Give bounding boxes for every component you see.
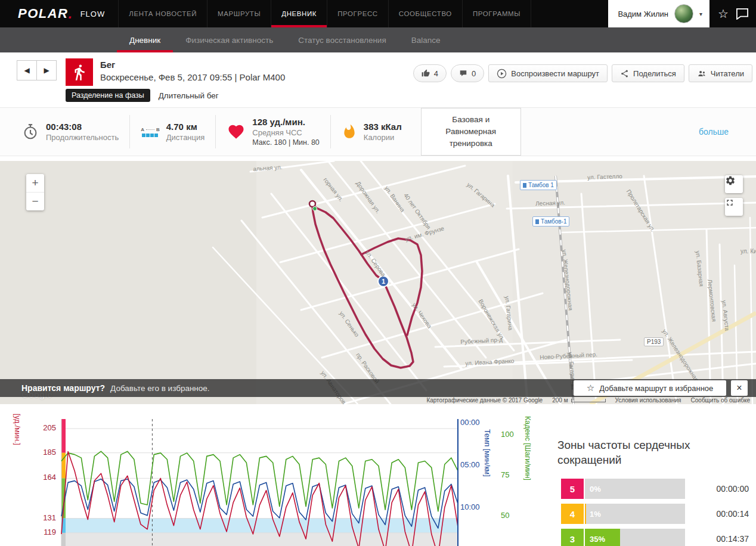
play-icon [497, 69, 507, 79]
polar-flow-app: POLAR. FLOW ЛЕНТА НОВОСТЕЙ МАРШРУТЫ ДНЕВ… [0, 0, 756, 546]
distance-label: Дистанция [166, 133, 205, 142]
activity-header: ◀ ▶ Бег Воскресенье, Фев 5, 2017 09:55 |… [0, 52, 756, 107]
close-overlay-button[interactable]: × [731, 380, 748, 396]
followers-icon [697, 69, 707, 78]
subnav-recovery[interactable]: Статус восстановления [286, 27, 399, 52]
duration-label: Продолжительность [46, 133, 119, 142]
badge-row: Разделение на фазы Длительный бег [66, 89, 219, 102]
messages-icon[interactable] [736, 8, 749, 22]
training-curves-chart[interactable]: Значение ЧСС [уд./мин.] Темп [мин/км] Ка… [0, 411, 557, 546]
nav-item-diary[interactable]: ДНЕВНИК [271, 0, 327, 27]
place-badge: Тамбов-1 [532, 216, 569, 227]
zone-number-badge: 5 [561, 479, 584, 499]
stat-heart-rate: 128 уд./мин. Средняя ЧСС Макс. 180 | Мин… [215, 115, 330, 148]
map-copyright: Картографические данные © 2017 Google [426, 397, 543, 404]
nav-item-routes[interactable]: МАРШРУТЫ [207, 0, 271, 27]
tick-hr: 164 [30, 473, 56, 482]
nav-item-feed[interactable]: ЛЕНТА НОВОСТЕЙ [118, 0, 207, 27]
route-overlay: 1 [0, 161, 756, 404]
chevron-down-icon: ▾ [699, 11, 702, 17]
calories-value: 383 кКал [364, 122, 402, 132]
route-end-marker [313, 207, 317, 211]
route-start-marker [309, 201, 315, 207]
route-path [361, 238, 422, 335]
summary-stats-bar: 00:43:08 Продолжительность AB 4.70 км Ди… [0, 107, 756, 156]
map-scale: 200 м [552, 397, 605, 404]
like-prompt-text: Добавьте его в избранное. [110, 384, 210, 393]
hr-axis-label: Значение ЧСС [уд./мин.] [13, 411, 21, 445]
map-fullscreen-button[interactable] [725, 198, 743, 216]
zone-number-badge: 3 [561, 529, 584, 546]
phase-badge: Разделение на фазы [66, 89, 150, 102]
route-path [312, 204, 413, 368]
nav-item-progress[interactable]: ПРОГРЕСС [327, 0, 388, 27]
tick-pace: 05:00 [460, 460, 480, 469]
cadence-axis-label: Каденс [Шаги/мин] [523, 416, 532, 480]
hr-zone-row: 41%00:00:14 [561, 504, 749, 524]
stat-calories: 383 кКал Калории [330, 115, 413, 148]
report-link[interactable]: Сообщить об ошибке [691, 397, 750, 404]
like-button[interactable]: 4 [413, 64, 447, 82]
zone-time: 00:00:00 [717, 484, 749, 494]
session-datetime: Воскресенье, Фев 5, 2017 09:55 | Polar M… [100, 72, 285, 82]
stopwatch-icon [21, 123, 39, 141]
training-benefit-box: Базовая и Равномерная тренировка [421, 108, 521, 156]
tick-hr: 131 [30, 513, 56, 522]
stat-distance: AB 4.70 км Дистанция [129, 115, 215, 148]
tick-cad: 100 [501, 430, 514, 439]
scale-bar [571, 399, 606, 402]
polar-logo[interactable]: POLAR. [18, 0, 73, 27]
zone-time: 00:00:14 [717, 509, 749, 519]
hr-value: 128 уд./мин. [252, 117, 320, 127]
distance-value: 4.70 км [166, 122, 205, 132]
map-attribution: Картографические данные © 2017 Google 20… [0, 396, 756, 404]
main-nav: ЛЕНТА НОВОСТЕЙ МАРШРУТЫ ДНЕВНИК ПРОГРЕСС… [118, 0, 531, 27]
zone-time: 00:14:37 [717, 534, 749, 544]
favorites-star-icon[interactable]: ☆ [718, 7, 729, 21]
tick-cad: 50 [501, 511, 509, 520]
followers-button[interactable]: Читатели [689, 64, 752, 82]
subnav-diary[interactable]: Дневник [117, 27, 173, 52]
share-button[interactable]: Поделиться [612, 64, 684, 82]
duration-value: 00:43:08 [46, 122, 119, 132]
sport-name: Бег [100, 60, 115, 70]
nav-item-community[interactable]: СООБЩЕСТВО [388, 0, 462, 27]
share-icon [620, 69, 629, 78]
fullscreen-icon [725, 198, 735, 207]
subnav-balance[interactable]: Balance [399, 27, 453, 52]
tick-hr: 119 [30, 528, 56, 536]
more-link[interactable]: больше [699, 127, 729, 136]
calories-flame-icon [342, 123, 357, 140]
like-prompt-title: Нравится маршрут? [21, 383, 105, 393]
hr-label: Средняя ЧСС [252, 128, 320, 137]
replay-route-button[interactable]: Воспроизвести маршрут [488, 64, 608, 82]
comments-count: 0 [472, 69, 476, 78]
chevron-right-icon: ▶ [44, 66, 49, 75]
comments-button[interactable]: 0 [451, 64, 484, 82]
route-map[interactable]: 1 альная ул.горная ул.Дорожная ул.ул. Ва… [0, 161, 756, 404]
map-zoom-out-button[interactable]: − [26, 192, 44, 210]
avatar[interactable] [674, 4, 693, 23]
tick-hr: 205 [30, 423, 56, 432]
likes-count: 4 [434, 69, 438, 78]
hr-zone-row: 335%00:14:37 [561, 529, 749, 546]
prev-session-button[interactable]: ◀ [17, 60, 37, 80]
favorite-route-label: Добавьте маршрут в избранное [599, 384, 713, 393]
map-settings-button[interactable] [725, 175, 743, 193]
nav-item-programs[interactable]: ПРОГРАММЫ [462, 0, 531, 27]
hr-zones-panel: Зоны частоты сердечных сокращений 50%00:… [557, 411, 756, 546]
hr-zones-title: Зоны частоты сердечных сокращений [557, 438, 748, 467]
next-session-button[interactable]: ▶ [36, 60, 57, 80]
tick-hr: 185 [30, 448, 56, 457]
subnav-activity[interactable]: Физическая активность [173, 27, 286, 52]
favorite-route-button[interactable]: ☆ Добавьте маршрут в избранное [574, 380, 726, 396]
comment-icon [459, 69, 467, 77]
user-menu[interactable]: Вадим Жилин ▾ [608, 0, 709, 27]
map-zoom-in-button[interactable]: + [26, 174, 44, 192]
tick-pace: 10:00 [460, 502, 480, 511]
polar-logo-dot: . [69, 5, 73, 22]
terms-link[interactable]: Условия использования [615, 397, 681, 404]
replay-label: Воспроизвести маршрут [511, 69, 599, 78]
distance-icon: AB [141, 127, 160, 137]
polar-logo-text: POLAR [18, 6, 69, 21]
